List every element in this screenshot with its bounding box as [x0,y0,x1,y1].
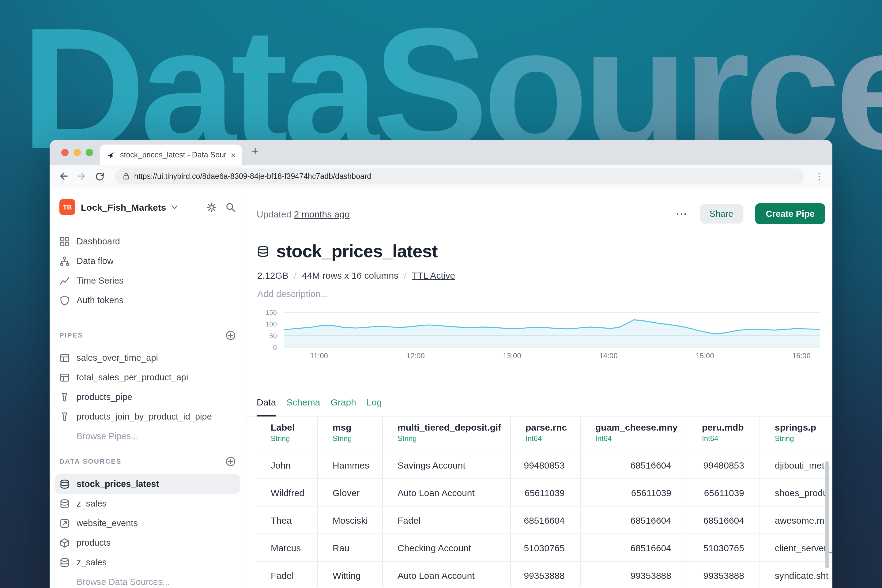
api-endpoint-icon [59,372,70,382]
chart-y-tick-label: 100 [266,320,277,328]
new-tab-button[interactable]: + [252,144,258,158]
chart-svg [284,310,820,348]
forward-button[interactable] [76,171,87,181]
create-pipe-button[interactable]: Create Pipe [755,203,825,224]
settings-gear-icon[interactable] [206,202,217,212]
data-source-label: website_events [76,518,138,528]
pipe-item-products-join-by-product-id-pipe[interactable]: products_join_by_product_id_pipe [55,407,240,426]
browse-pipes-link[interactable]: Browse Pipes... [55,426,240,446]
ingestion-chart: 050100150 11:0012:0013:0014:0015:0016:00 [256,310,820,363]
column-header[interactable]: parse.rnc Int64 [511,417,580,451]
browser-window: stock_prices_latest - Data Sour × + [50,140,832,588]
tab-title: stock_prices_latest - Data Sour [120,151,226,159]
updated-text: Updated 2 months ago [256,208,350,219]
sidebar-item-auth-tokens[interactable]: Auth tokens [50,290,246,310]
nav-label: Dashboard [76,236,120,246]
url-bar[interactable]: https://ui.tinybird.co/8dae6a-8309-84je-… [115,168,804,184]
share-button[interactable]: Share [700,204,743,224]
chevron-down-icon [171,205,178,209]
sidebar-item-dashboard[interactable]: Dashboard [50,231,246,251]
add-data-source-icon[interactable] [225,456,236,466]
workspace-actions [206,202,236,212]
add-pipe-icon[interactable] [225,330,236,340]
data-source-item-products[interactable]: products [55,533,240,552]
table-row[interactable]: Fadel Witting Auto Loan Account 99353888… [256,562,832,587]
browse-data-sources-link[interactable]: Browse Data Sources... [55,572,240,587]
workspace-name: Lock_Fish_Markets [81,202,166,212]
database-icon [59,557,70,567]
pipes-section-header: PIPES [50,330,246,340]
column-header[interactable]: multi_tiered_deposit.gif String [383,417,511,451]
maximize-window-button[interactable] [86,149,93,156]
data-source-label: z_sales [76,499,106,508]
data-flow-icon [59,256,70,266]
chart-y-tick-label: 0 [273,344,277,351]
tab-close-icon[interactable]: × [231,151,236,159]
nav-label: Data flow [76,256,114,266]
data-sources-section-header: DATA SOURCES [50,456,246,467]
data-source-item-website-events[interactable]: website_events [55,513,240,533]
pipe-label: products_join_by_product_id_pipe [76,412,212,422]
data-source-item-z-sales[interactable]: z_sales [55,494,240,513]
database-icon [59,478,70,489]
data-source-label: z_sales [76,557,106,567]
browser-menu-icon[interactable]: ⋮ [814,171,824,182]
column-header[interactable]: msg String [318,417,383,451]
tab-graph[interactable]: Graph [330,397,356,416]
close-window-button[interactable] [61,149,69,156]
reload-button[interactable] [95,171,105,181]
vertical-scrollbar[interactable] [825,461,830,568]
workspace-logo: TB [59,199,75,215]
tinybird-app: TB Lock_Fish_Markets [50,188,832,587]
tab-schema[interactable]: Schema [286,397,320,416]
tinybird-favicon [106,150,115,159]
column-header[interactable]: guam_cheese.mny Int64 [580,417,687,451]
table-header-row: Label String msg String multi_tiered_dep… [256,417,832,452]
ttl-link[interactable]: TTL Active [412,270,455,280]
pipe-item-total-sales-per-product-api[interactable]: total_sales_per_product_api [55,368,240,387]
table-row[interactable]: Marcus Rau Checking Account 51030765 685… [256,534,832,562]
search-icon[interactable] [225,202,236,212]
events-icon [59,518,70,528]
nav-label: Time Series [76,276,124,285]
pipe-item-products-pipe[interactable]: products_pipe [55,387,240,407]
url-text: https://ui.tinybird.co/8dae6a-8309-84je-… [134,172,371,180]
pipe-item-sales-over-time-api[interactable]: sales_over_time_api [55,348,240,368]
updated-time-link[interactable]: 2 months ago [294,208,350,219]
window-controls [61,149,93,156]
table-row[interactable]: Wildfred Glover Auto Loan Account 656110… [256,479,832,507]
api-endpoint-icon [59,352,70,363]
forward-arrow-icon [76,171,87,181]
tab-data[interactable]: Data [256,397,276,417]
time-series-icon [59,275,70,286]
minimize-window-button[interactable] [74,149,81,156]
data-source-item-stock-prices-latest[interactable]: stock_prices_latest [55,474,240,494]
workspace-switcher[interactable]: TB Lock_Fish_Markets [50,196,246,218]
size-stat: 2.12GB [257,270,288,280]
chart-y-tick-label: 50 [270,332,277,339]
data-table: Label String msg String multi_tiered_dep… [256,417,832,587]
table-row[interactable]: John Hammes Savings Account 99480853 685… [256,452,832,479]
tab-log[interactable]: Log [367,397,382,416]
sidebar-item-time-series[interactable]: Time Series [50,271,246,290]
database-icon [59,498,70,508]
chart-x-tick-label: 15:00 [696,352,714,360]
data-source-item-z-sales-2[interactable]: z_sales [55,552,240,572]
pipes-list: sales_over_time_api total_sales_per_prod… [50,348,246,446]
sidebar-item-data-flow[interactable]: Data flow [50,251,246,271]
more-options-icon[interactable]: ⋯ [676,207,687,220]
back-button[interactable] [58,171,69,181]
nav-label: Auth tokens [76,295,123,305]
dashboard-grid-icon [59,236,70,246]
column-header[interactable]: Label String [256,417,318,451]
title-row: stock_prices_latest [256,242,832,261]
table-row[interactable]: Thea Mosciski Fadel 68516604 68516604 68… [256,507,832,534]
browser-tab[interactable]: stock_prices_latest - Data Sour × [100,144,242,165]
screenshot-stage: DataSource stock_prices_latest - Data So… [0,0,882,588]
browser-toolbar: https://ui.tinybird.co/8dae6a-8309-84je-… [50,165,832,188]
column-header[interactable]: springs.p String [760,417,832,451]
description-placeholder[interactable]: Add description... [257,288,832,299]
content-header: Updated 2 months ago ⋯ Share Create Pipe [256,203,825,224]
chart-x-tick-label: 14:00 [599,352,618,360]
column-header[interactable]: peru.mdb Int64 [687,417,760,451]
